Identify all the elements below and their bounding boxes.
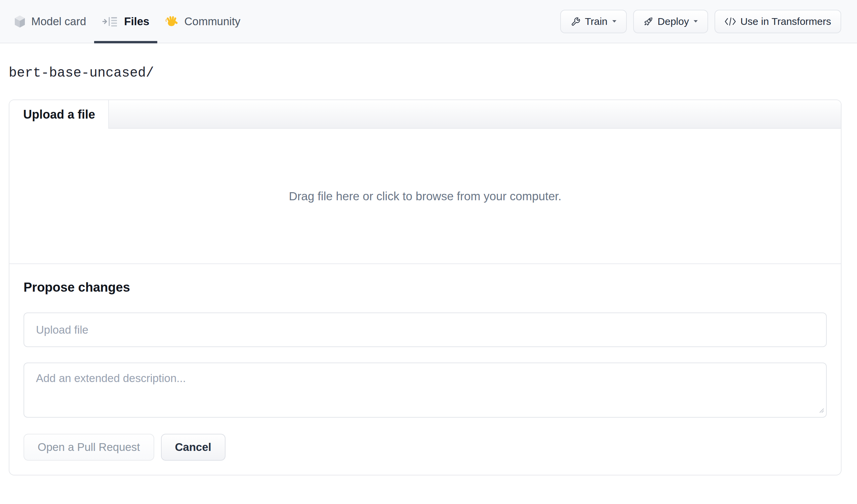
tab-upload-a-file-label: Upload a file: [23, 107, 95, 122]
file-tree-icon: [102, 16, 118, 27]
breadcrumb-path: bert-base-uncased/: [9, 66, 154, 81]
cube-icon: [15, 15, 25, 28]
tab-model-card[interactable]: Model card: [7, 0, 94, 43]
upload-card-tab-bar: Upload a file: [10, 100, 841, 129]
description-textarea[interactable]: [23, 363, 827, 418]
wrench-icon: [570, 16, 581, 27]
tab-community[interactable]: Community: [157, 0, 248, 43]
propose-changes-section: Propose changes Open a Pull Request Canc…: [10, 280, 841, 475]
description-field-wrapper: [23, 363, 827, 418]
deploy-button-label: Deploy: [658, 16, 689, 27]
train-button-label: Train: [585, 16, 607, 27]
active-tab-underline: [94, 41, 157, 43]
code-icon: [725, 17, 736, 26]
waving-hand-icon: [165, 15, 178, 28]
upload-card: Upload a file Drag file here or click to…: [9, 99, 842, 475]
breadcrumb[interactable]: bert-base-uncased/: [9, 66, 857, 81]
deploy-button[interactable]: Deploy: [633, 10, 708, 33]
train-button[interactable]: Train: [560, 10, 626, 33]
cancel-button[interactable]: Cancel: [161, 434, 225, 461]
propose-changes-heading: Propose changes: [23, 280, 827, 295]
tab-files-label: Files: [124, 15, 149, 28]
upload-file-input[interactable]: [23, 313, 827, 347]
repo-tabs: Model card Files: [7, 0, 248, 43]
form-actions: Open a Pull Request Cancel: [23, 434, 827, 461]
repo-action-buttons: Train D: [560, 0, 841, 43]
tab-community-label: Community: [184, 15, 240, 28]
caret-down-icon: [612, 20, 617, 23]
use-in-transformers-button[interactable]: Use in Transformers: [715, 10, 841, 33]
use-in-transformers-label: Use in Transformers: [740, 16, 831, 27]
tab-bar-filler: [109, 100, 841, 129]
top-navigation: Model card Files: [0, 0, 857, 43]
rocket-icon: [643, 16, 653, 27]
file-dropzone[interactable]: Drag file here or click to browse from y…: [10, 129, 841, 264]
page: Model card Files: [0, 0, 857, 475]
tab-upload-a-file[interactable]: Upload a file: [10, 100, 109, 129]
caret-down-icon: [693, 20, 698, 23]
tab-model-card-label: Model card: [31, 15, 86, 28]
dropzone-hint-text: Drag file here or click to browse from y…: [289, 189, 561, 203]
tab-files[interactable]: Files: [94, 0, 157, 43]
open-pull-request-button[interactable]: Open a Pull Request: [23, 434, 154, 461]
